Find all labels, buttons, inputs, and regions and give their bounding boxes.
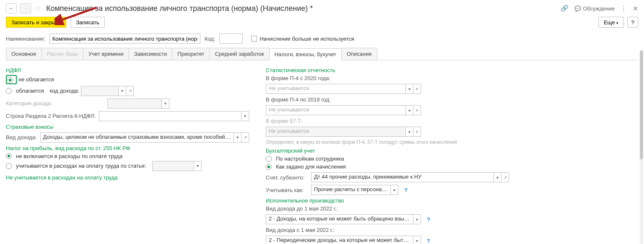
profit-included-radio[interactable] xyxy=(6,163,12,169)
income-type-label: Вид дохода: xyxy=(6,134,37,140)
profit-included-label: учитывается в расходах на оплату труда п… xyxy=(16,163,146,169)
line6-input[interactable] xyxy=(99,111,242,121)
income-code-input xyxy=(81,86,119,96)
line6-label: Строка Раздела 2 Расчета 6-НДФЛ: xyxy=(6,113,96,119)
p57t-label: В форме 57-Т: xyxy=(266,118,509,124)
p4-2019-clear[interactable]: × xyxy=(413,105,421,115)
save-and-close-button[interactable]: Записать и закрыть xyxy=(6,17,66,28)
acct-defined-radio[interactable] xyxy=(266,164,272,170)
exec-after-dropdown[interactable]: ▾ xyxy=(413,236,421,244)
consider-input[interactable]: Прочие расчеты с персоналом xyxy=(311,185,391,195)
nav-forward-button[interactable]: → xyxy=(20,3,31,13)
account-open[interactable]: ↗ xyxy=(501,172,509,182)
stat-hint: Определяет, в какую из колонок форм П-4,… xyxy=(266,139,467,145)
ndfl-not-taxed-highlight xyxy=(6,75,17,84)
link-icon[interactable]: 🔗 xyxy=(561,5,569,12)
profit-article-dropdown[interactable]: ▾ xyxy=(194,161,202,171)
income-cat-input xyxy=(107,99,162,109)
more-label: Еще xyxy=(604,19,615,26)
code-label: Код: xyxy=(205,36,216,42)
income-type-dropdown[interactable]: ▾ xyxy=(234,132,242,143)
insurance-section-title: Страховые взносы xyxy=(6,124,249,130)
scrollbar[interactable] xyxy=(640,50,643,244)
exec-before-dropdown[interactable]: ▾ xyxy=(413,214,421,224)
chat-icon: 💬 xyxy=(574,5,581,12)
p4-2019-label: В форме П-4 по 2019 год: xyxy=(266,96,509,103)
p4-2020-label: В форме П-4 с 2020 года: xyxy=(266,75,509,81)
acct-employee-label: По настройкам сотрудника xyxy=(276,156,344,162)
account-input[interactable]: Дт 44 прочие расходы, принимаемые к НУ xyxy=(311,172,494,182)
more-button[interactable]: Еще ▾ xyxy=(598,17,624,28)
unused-label: Начисление больше не используется xyxy=(260,36,354,42)
chevron-down-icon: ▾ xyxy=(616,21,618,25)
tab-time[interactable]: Учет времени xyxy=(83,48,129,60)
tab-average[interactable]: Средний заработок xyxy=(209,48,269,60)
exec-before-label: Вид дохода до 1 мая 2022 г.: xyxy=(266,205,509,212)
help-button[interactable]: ? xyxy=(627,17,638,28)
ndfl-taxed-label: облагается xyxy=(16,88,44,94)
ndfl-section-title: НДФЛ xyxy=(6,67,249,73)
p4-2019-dropdown[interactable]: ▾ xyxy=(406,105,413,115)
nav-back-button[interactable]: ← xyxy=(6,3,17,13)
close-icon[interactable]: ✕ xyxy=(633,5,638,13)
income-type-input[interactable]: Доходы, целиком не облагаемые страховыми… xyxy=(40,132,234,143)
exec-before-help-icon[interactable]: ? xyxy=(427,216,430,223)
acct-employee-radio[interactable] xyxy=(266,156,272,162)
account-dropdown[interactable]: ▾ xyxy=(494,172,501,182)
line6-dropdown[interactable]: ▾ xyxy=(242,111,249,121)
acct-defined-label: Как задано для начисления xyxy=(276,164,346,170)
p57t-dropdown[interactable]: ▾ xyxy=(406,127,413,137)
income-code-label: код дохода: xyxy=(50,88,79,94)
stat-section-title: Статистическая отчетность xyxy=(266,67,509,73)
profit-article-input xyxy=(152,161,194,171)
income-code-dropdown[interactable]: ▾ xyxy=(119,86,126,96)
name-label: Наименование: xyxy=(6,36,45,42)
tab-base[interactable]: Расчет базы xyxy=(42,48,84,60)
p4-2020-input[interactable]: Не учитывается xyxy=(266,84,406,94)
profit-not-counted-link[interactable]: Не учитывается в расходах на оплату труд… xyxy=(6,174,117,181)
discuss-label: Обсуждение xyxy=(583,5,615,12)
consider-label: Учитывать как: xyxy=(266,187,308,193)
p57t-input: Не учитывается xyxy=(266,127,406,137)
p4-2019-input[interactable]: Не учитывается xyxy=(266,105,406,115)
p57t-clear[interactable]: × xyxy=(413,127,421,137)
window-title: Компенсация за использование личного тра… xyxy=(46,4,313,13)
exec-before-input[interactable]: 2 - Доходы, на которые не может быть обр… xyxy=(266,214,413,224)
p4-2020-dropdown[interactable]: ▾ xyxy=(406,84,413,94)
unused-checkbox[interactable] xyxy=(251,36,257,42)
favorite-star-icon[interactable]: ☆ xyxy=(34,4,41,13)
save-button[interactable]: Записать xyxy=(70,17,105,28)
tab-main[interactable]: Основное xyxy=(6,48,42,60)
profit-not-included-radio[interactable] xyxy=(6,153,12,159)
tab-priority[interactable]: Приоритет xyxy=(172,48,210,60)
exec-after-label: Вид дохода с 1 мая 2022 г.: xyxy=(266,227,509,233)
exec-after-help-icon[interactable]: ? xyxy=(427,238,430,244)
consider-help-icon[interactable]: ? xyxy=(404,187,408,193)
name-input[interactable] xyxy=(49,34,200,44)
income-cat-label: Категория дохода: xyxy=(6,100,52,106)
tab-taxes[interactable]: Налоги, взносы, бухучет xyxy=(269,48,342,60)
code-input[interactable] xyxy=(219,34,243,44)
ndfl-not-taxed-label: не облагается xyxy=(18,76,54,83)
income-cat-dropdown[interactable]: ▾ xyxy=(162,99,169,109)
tab-deps[interactable]: Зависимости xyxy=(128,48,172,60)
ndfl-taxed-radio[interactable] xyxy=(6,88,12,94)
profit-section-title: Налог на прибыль, вид расхода по ст. 255… xyxy=(6,145,249,151)
profit-not-included-label: не включается в расходы по оплате труда xyxy=(16,153,122,159)
p4-2020-clear[interactable]: × xyxy=(413,84,421,94)
consider-dropdown[interactable]: ▾ xyxy=(391,185,398,195)
ndfl-not-taxed-radio[interactable] xyxy=(7,77,13,83)
discuss-link[interactable]: 💬 Обсуждение xyxy=(574,5,615,12)
exec-section-title: Исполнительное производство xyxy=(266,197,509,204)
acct-section-title: Бухгалтерский учет xyxy=(266,148,509,154)
tab-description[interactable]: Описание xyxy=(341,48,377,60)
account-label: Счет, субконто: xyxy=(266,174,308,181)
income-code-open[interactable]: ↗ xyxy=(126,86,134,96)
scrollbar-thumb[interactable] xyxy=(640,50,643,159)
income-type-open[interactable]: ↗ xyxy=(242,132,249,143)
kebab-menu-icon[interactable]: ⋮ xyxy=(621,5,627,12)
exec-after-input[interactable]: 2 - Периодические доходы, на которые не … xyxy=(266,236,413,244)
